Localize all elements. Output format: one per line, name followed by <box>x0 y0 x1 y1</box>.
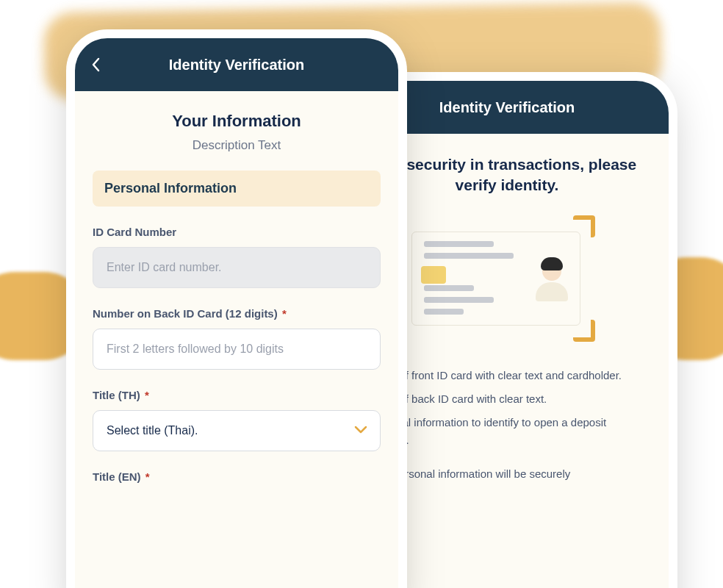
field-label: Title (EN) * <box>93 470 381 483</box>
field-label: Title (TH) * <box>93 389 381 401</box>
section-heading: Personal Information <box>93 171 381 207</box>
intro-title: For security in transactions, please ver… <box>363 154 651 196</box>
intro-bullet: Photo of back ID card with clear text. <box>367 390 647 408</box>
field-title-en: Title (EN) * <box>93 470 381 483</box>
back-icon[interactable] <box>91 57 100 72</box>
intro-bullet: Personal information to identify to open… <box>367 414 647 449</box>
secure-note: Your personal information will be secure… <box>367 465 647 483</box>
required-marker: * <box>282 307 287 320</box>
header-title: Identity Verification <box>439 99 575 116</box>
header-title: Identity Verification <box>169 57 304 74</box>
intro-bullet: Photo of front ID card with clear text a… <box>367 367 647 384</box>
avatar-icon <box>533 256 571 301</box>
field-title-th: Title (TH) * Select title (Thai). <box>93 389 381 451</box>
required-marker: * <box>145 389 149 401</box>
page-title: Your Information <box>93 112 381 131</box>
phone-mockup-form: Identity Verification Your Information D… <box>75 38 398 588</box>
title-th-select[interactable]: Select title (Thai). <box>93 410 381 451</box>
field-label: ID Card Number <box>93 226 381 238</box>
page-description: Description Text <box>93 138 381 153</box>
app-header: Identity Verification <box>75 38 398 91</box>
field-back-id-number: Number on Back ID Card (12 digits) * <box>93 307 381 370</box>
back-id-input[interactable] <box>93 329 381 370</box>
intro-instructions: Photo of front ID card with clear text a… <box>363 367 651 483</box>
field-id-card-number: ID Card Number <box>93 226 381 288</box>
id-card-illustration <box>411 212 602 345</box>
field-label: Number on Back ID Card (12 digits) * <box>93 307 381 320</box>
id-card-input[interactable] <box>93 247 381 288</box>
required-marker: * <box>145 470 150 483</box>
